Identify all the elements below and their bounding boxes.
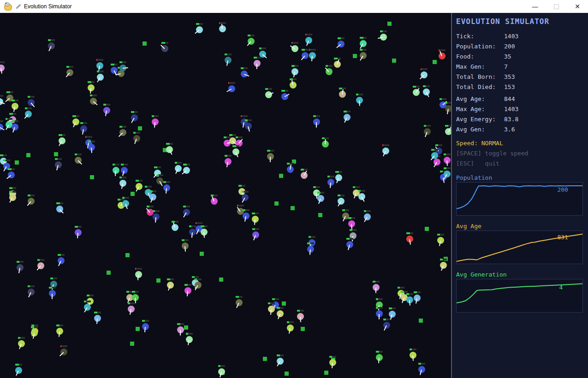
chart-plot-area: 4 [456, 279, 583, 313]
creature [313, 118, 321, 126]
creature [0, 124, 4, 131]
food-pellet [184, 325, 188, 330]
speed-status: Speed: NORMAL [456, 138, 503, 148]
minimize-button[interactable]: — [524, 0, 546, 13]
creature [291, 45, 299, 53]
energy-bar [401, 291, 408, 293]
creature [128, 306, 135, 313]
creature [84, 304, 91, 311]
stat-row: Max Age:1403 [456, 104, 518, 114]
energy-bar [259, 47, 266, 49]
energy-bar [135, 268, 142, 270]
energy-bar [360, 49, 367, 51]
energy-bar [9, 187, 16, 189]
creature [248, 38, 255, 45]
energy-bar [254, 57, 261, 59]
creature [28, 289, 35, 296]
energy-bar [183, 164, 190, 165]
food-pellet [279, 174, 283, 178]
energy-bar [0, 120, 3, 122]
energy-bar [147, 206, 154, 207]
energy-bar [12, 120, 18, 122]
stat-row: Food:35 [456, 52, 518, 62]
creature [356, 97, 363, 104]
energy-bar [287, 321, 294, 323]
creature [28, 99, 35, 106]
creature [80, 125, 88, 133]
energy-bar [88, 81, 95, 83]
energy-bar [329, 356, 336, 358]
energy-bar [175, 162, 182, 164]
creature [268, 306, 275, 313]
creature [219, 25, 226, 33]
creature [287, 166, 294, 173]
creature [72, 118, 80, 126]
energy-bar [439, 49, 445, 51]
energy-bar [245, 119, 252, 121]
direction-line [180, 330, 181, 336]
energy-bar [272, 298, 279, 300]
stats-group-averages: Avg Age:844Max Age:1403Avg Energy:83.8Av… [456, 94, 518, 135]
creature [383, 322, 391, 329]
energy-bar [0, 95, 3, 97]
creature [382, 148, 390, 155]
food-pellet [425, 227, 429, 231]
stat-row: Total Died:153 [456, 82, 518, 92]
sim-field [0, 13, 451, 378]
food-pellet [219, 278, 223, 282]
creature [0, 98, 4, 106]
creature [182, 242, 189, 250]
energy-bar [87, 295, 94, 296]
energy-bar [373, 281, 380, 283]
creature [327, 179, 335, 186]
energy-bar [376, 307, 383, 309]
energy-bar [307, 242, 314, 244]
energy-bar [290, 78, 297, 80]
food-pellet [26, 153, 30, 157]
energy-bar [177, 323, 184, 325]
food-pellet [324, 371, 328, 375]
energy-bar [356, 94, 363, 95]
creature [358, 193, 366, 201]
creature [111, 67, 118, 74]
close-button[interactable]: ✕ [567, 0, 588, 13]
creature [338, 41, 345, 48]
energy-bar [90, 94, 97, 96]
energy-bar [172, 221, 178, 223]
creature [152, 118, 159, 126]
creature [252, 216, 259, 223]
creature [360, 52, 367, 59]
creature [434, 159, 441, 166]
energy-bar [353, 186, 360, 188]
energy-bar [152, 115, 159, 117]
energy-bar [277, 307, 284, 309]
energy-bar [56, 325, 63, 326]
energy-bar [128, 302, 135, 304]
energy-bar [113, 164, 119, 165]
creature [218, 368, 226, 376]
stat-row: Avg Gen:3.6 [456, 124, 518, 135]
energy-bar [326, 65, 333, 67]
creature [445, 105, 451, 112]
energy-bar [241, 67, 248, 69]
creature [175, 165, 182, 172]
energy-bar [55, 158, 62, 160]
energy-bar [297, 310, 304, 312]
energy-bar [313, 115, 320, 117]
energy-bar [145, 186, 152, 188]
energy-bar [8, 168, 15, 170]
creature [424, 128, 431, 136]
food-pellet [419, 319, 423, 323]
creature [9, 194, 17, 201]
creature [281, 93, 289, 100]
energy-bar [9, 113, 16, 115]
energy-bar [111, 64, 118, 65]
creature [335, 174, 343, 182]
creature [232, 148, 240, 156]
energy-bar [219, 22, 226, 24]
maximize-button[interactable] [546, 0, 567, 13]
energy-bar [56, 202, 63, 204]
energy-bar [183, 206, 190, 207]
food-pellet [125, 253, 130, 257]
creature [25, 111, 32, 118]
